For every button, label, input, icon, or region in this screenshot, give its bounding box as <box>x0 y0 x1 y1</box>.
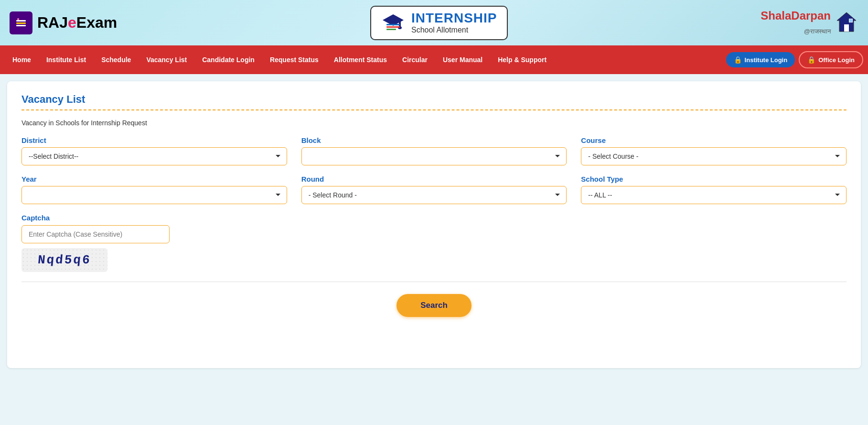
title-divider <box>21 109 847 110</box>
round-group: Round - Select Round - <box>301 175 567 204</box>
svg-rect-1 <box>16 22 26 24</box>
main-content: Vacancy List Vacancy in Schools for Inte… <box>7 81 861 368</box>
nav-allotment-status[interactable]: Allotment Status <box>326 52 395 67</box>
nav-vacancy-list[interactable]: Vacancy List <box>139 52 194 67</box>
lock-icon-institute: 🔒 <box>734 56 742 64</box>
svg-rect-9 <box>386 29 396 30</box>
district-group: District --Select District-- <box>21 136 287 165</box>
course-select[interactable]: - Select Course - <box>581 147 847 165</box>
course-group: Course - Select Course - <box>581 136 847 165</box>
school-type-group: School Type -- ALL -- <box>581 175 847 204</box>
nav-help-support[interactable]: Help & Support <box>490 52 554 67</box>
svg-rect-11 <box>844 24 849 32</box>
page-subtitle: Vacancy in Schools for Internship Reques… <box>21 119 847 127</box>
lock-icon-office: 🔒 <box>807 56 815 64</box>
nav-user-manual[interactable]: User Manual <box>435 52 490 67</box>
nav-request-status[interactable]: Request Status <box>262 52 326 67</box>
navigation: Home Institute List Schedule Vacancy Lis… <box>0 45 868 74</box>
site-logo-text: RAJeExam <box>37 14 117 32</box>
svg-rect-2 <box>16 25 26 26</box>
captcha-image: Nqd5q6 <box>21 248 107 272</box>
bottom-divider <box>21 282 847 282</box>
internship-title: INTERNSHIP <box>411 11 497 26</box>
school-type-label: School Type <box>581 175 847 183</box>
block-select[interactable] <box>301 147 567 165</box>
svg-point-3 <box>17 18 19 20</box>
round-label: Round <box>301 175 567 183</box>
year-group: Year <box>21 175 287 204</box>
institute-login-button[interactable]: 🔒 Institute Login <box>726 52 795 67</box>
course-label: Course <box>581 136 847 144</box>
captcha-input-wrapper <box>21 225 847 243</box>
form-row-1: District --Select District-- Block Cours… <box>21 136 847 165</box>
center-logo-text-block: INTERNSHIP School Allotment <box>411 11 497 34</box>
year-select[interactable] <box>21 186 287 204</box>
captcha-input[interactable] <box>21 225 170 243</box>
logo-left: RAJeExam <box>10 11 117 34</box>
svg-rect-13 <box>849 19 852 22</box>
shala-darpan-text: ShalaDarpan @राजस्थान <box>761 8 831 37</box>
page-title: Vacancy List <box>21 93 847 106</box>
block-group: Block <box>301 136 567 165</box>
internship-logo: INTERNSHIP School Allotment <box>370 6 508 40</box>
header: RAJeExam INTERNSHIP School Allotment <box>0 0 868 45</box>
nav-institute-list[interactable]: Institute List <box>39 52 94 67</box>
internship-subtitle: School Allotment <box>411 26 497 34</box>
district-label: District <box>21 136 287 144</box>
house-icon <box>835 10 858 36</box>
search-btn-container: Search <box>21 294 847 317</box>
captcha-label: Captcha <box>21 214 50 222</box>
nav-schedule[interactable]: Schedule <box>94 52 139 67</box>
nav-circular[interactable]: Circular <box>395 52 435 67</box>
raj-logo-icon <box>10 11 32 34</box>
svg-rect-8 <box>386 26 400 28</box>
district-select[interactable]: --Select District-- <box>21 147 287 165</box>
shala-text: Shala <box>761 9 791 22</box>
shala-darpan-logo: ShalaDarpan @राजस्थान <box>761 8 858 37</box>
search-button[interactable]: Search <box>396 294 472 317</box>
rajasthan-text: @राजस्थान <box>804 28 831 35</box>
captcha-code: Nqd5q6 <box>37 253 92 267</box>
captcha-section: Captcha Nqd5q6 <box>21 214 847 272</box>
nav-home[interactable]: Home <box>5 52 39 67</box>
round-select[interactable]: - Select Round - <box>301 186 567 204</box>
office-login-button[interactable]: 🔒 Office Login <box>799 51 863 68</box>
nav-candidate-login[interactable]: Candidate Login <box>194 52 262 67</box>
form-row-2: Year Round - Select Round - School Type … <box>21 175 847 204</box>
svg-rect-7 <box>386 24 400 25</box>
block-label: Block <box>301 136 567 144</box>
svg-rect-0 <box>16 20 26 22</box>
graduation-icon <box>381 11 406 35</box>
darpan-text: Darpan <box>791 9 831 22</box>
school-type-select[interactable]: -- ALL -- <box>581 186 847 204</box>
year-label: Year <box>21 175 287 183</box>
